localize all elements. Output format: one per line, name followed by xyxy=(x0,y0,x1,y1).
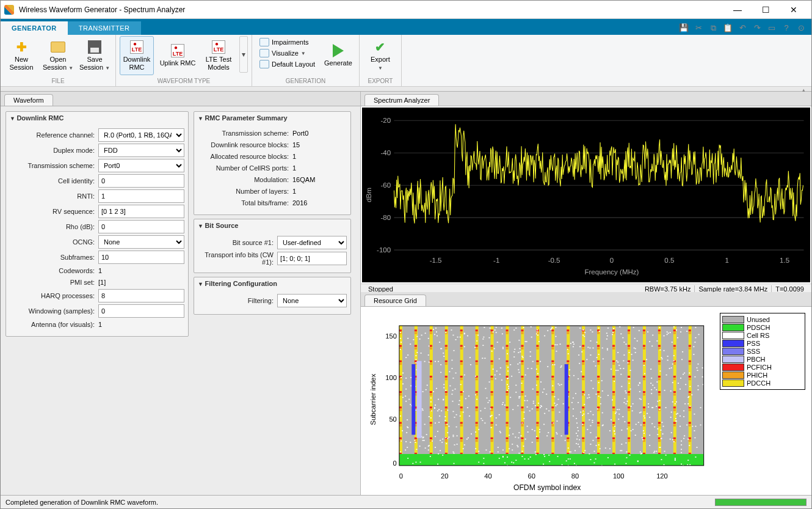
filtering-header[interactable]: Filtering Configuration xyxy=(194,277,350,290)
generate-button[interactable]: Generate xyxy=(321,36,355,75)
svg-rect-629 xyxy=(475,449,476,450)
rv-input[interactable] xyxy=(98,205,184,218)
overflow-icon[interactable]: ⊙ xyxy=(796,23,807,33)
svg-rect-554 xyxy=(441,411,442,412)
svg-rect-902 xyxy=(630,389,631,390)
legend-item: PDCCH xyxy=(722,379,803,387)
svg-rect-1036 xyxy=(518,432,520,433)
resource-grid-plot[interactable]: 150 100 50 0 Subcarrier index 0 20 40 60… xyxy=(367,313,715,493)
open-session-button[interactable]: Open Session ▼ xyxy=(41,36,75,75)
save-icon[interactable]: 💾 xyxy=(678,23,689,33)
svg-rect-1015 xyxy=(536,368,537,370)
svg-rect-1162 xyxy=(436,388,437,389)
ocng-select[interactable]: None xyxy=(98,235,184,249)
export-button[interactable]: ✔ Export▼ xyxy=(363,36,397,75)
ref-channel-select[interactable]: R.0 (Port0, 1 RB, 16QAM... xyxy=(98,128,184,142)
visualize-button[interactable]: Visualize ▼ xyxy=(258,48,316,58)
svg-rect-223 xyxy=(551,345,554,347)
svg-rect-142 xyxy=(476,409,478,411)
svg-rect-1069 xyxy=(652,385,653,386)
rnti-input[interactable] xyxy=(98,189,184,203)
svg-rect-86 xyxy=(430,394,432,395)
spectrum-tab[interactable]: Spectrum Analyzer xyxy=(364,94,439,106)
transport-bits-input[interactable] xyxy=(277,252,347,265)
svg-rect-563 xyxy=(480,418,482,419)
svg-rect-1000 xyxy=(515,328,517,329)
svg-rect-610 xyxy=(584,450,585,452)
svg-rect-518 xyxy=(683,374,684,375)
save-session-button[interactable]: Save Session ▼ xyxy=(78,36,112,75)
svg-rect-322 xyxy=(628,409,630,411)
waveform-tab[interactable]: Waveform xyxy=(4,94,53,106)
tab-generator[interactable]: GENERATOR xyxy=(1,21,68,35)
svg-rect-152 xyxy=(491,348,493,350)
svg-rect-593 xyxy=(561,365,562,367)
downlink-rmc-button[interactable]: LTE Downlink RMC xyxy=(120,36,154,75)
default-layout-button[interactable]: Default Layout xyxy=(258,59,316,69)
svg-rect-413 xyxy=(654,427,655,428)
svg-rect-1200 xyxy=(702,376,703,378)
harq-input[interactable] xyxy=(98,289,184,302)
svg-rect-717 xyxy=(561,436,562,437)
uplink-rmc-button[interactable]: LTE Uplink RMC xyxy=(156,36,199,75)
rmc-summary-header[interactable]: RMC Parameter Summary xyxy=(194,112,350,124)
svg-rect-51 xyxy=(399,406,402,408)
cell-id-label: Cell identity: xyxy=(10,177,98,185)
resource-grid-tab[interactable]: Resource Grid xyxy=(364,295,426,306)
tx-scheme-select[interactable]: Port0 xyxy=(98,159,184,172)
svg-rect-990 xyxy=(672,439,673,441)
svg-rect-476 xyxy=(595,365,596,367)
svg-rect-1067 xyxy=(640,425,642,426)
svg-rect-1031 xyxy=(478,451,479,452)
bit-source-select[interactable]: User-defined xyxy=(277,236,347,249)
minimize-button[interactable]: — xyxy=(723,1,752,19)
cell-id-input[interactable] xyxy=(98,174,184,188)
svg-rect-99 xyxy=(445,361,448,362)
copy-icon[interactable]: ⧉ xyxy=(708,23,719,33)
svg-rect-1161 xyxy=(582,424,583,425)
svg-rect-550 xyxy=(680,378,681,379)
svg-rect-507 xyxy=(577,427,578,428)
svg-rect-351 xyxy=(658,361,661,362)
summary-label: Number of layers: xyxy=(198,188,292,195)
waveform-gallery-expand-button[interactable]: ▾ xyxy=(239,36,248,73)
redo-icon[interactable]: ↷ xyxy=(752,23,763,33)
impairments-button[interactable]: Impairments xyxy=(258,37,316,47)
help-icon[interactable]: ? xyxy=(781,23,792,33)
spectrum-plot[interactable]: -20 -40 -60 -80 -100 dBm -1.5 -1 -0.5 0 … xyxy=(362,108,810,282)
tab-transmitter[interactable]: TRANSMITTER xyxy=(68,21,141,35)
downlink-rmc-header[interactable]: Downlink RMC xyxy=(6,112,188,124)
svg-text:60: 60 xyxy=(528,472,535,480)
paste-icon[interactable]: 📋 xyxy=(722,23,733,33)
svg-rect-571 xyxy=(672,342,673,343)
undo-icon[interactable]: ↶ xyxy=(737,23,748,33)
bit-source-header[interactable]: Bit Source xyxy=(194,219,350,232)
windowing-input[interactable] xyxy=(98,304,184,318)
maximize-button[interactable]: ☐ xyxy=(752,1,780,19)
window-icon[interactable]: ▭ xyxy=(766,23,777,33)
svg-rect-1125 xyxy=(609,449,611,450)
svg-rect-796 xyxy=(442,439,443,440)
svg-rect-570 xyxy=(416,352,418,353)
svg-rect-806 xyxy=(447,438,448,439)
svg-rect-718 xyxy=(639,398,640,400)
duplex-select[interactable]: FDD xyxy=(98,144,184,157)
lte-test-models-button[interactable]: LTE LTE Test Models xyxy=(201,36,236,75)
filtering-select[interactable]: None xyxy=(277,294,347,307)
svg-rect-1035 xyxy=(651,389,652,390)
cut-icon[interactable]: ✂ xyxy=(693,23,704,33)
svg-rect-176 xyxy=(506,394,508,395)
svg-rect-989 xyxy=(524,418,525,419)
subframes-input[interactable] xyxy=(98,251,184,264)
new-session-button[interactable]: ✚ New Session xyxy=(4,36,38,75)
svg-rect-404 xyxy=(451,368,452,369)
rho-input[interactable] xyxy=(98,220,184,233)
svg-rect-748 xyxy=(548,432,549,433)
svg-rect-658 xyxy=(620,374,622,375)
close-button[interactable]: ✕ xyxy=(780,1,808,19)
svg-rect-312 xyxy=(628,332,630,334)
ribbon-collapse-bar[interactable]: ▴ xyxy=(1,86,811,91)
svg-rect-850 xyxy=(680,426,681,427)
svg-rect-123 xyxy=(460,406,463,408)
svg-rect-361 xyxy=(658,438,661,439)
